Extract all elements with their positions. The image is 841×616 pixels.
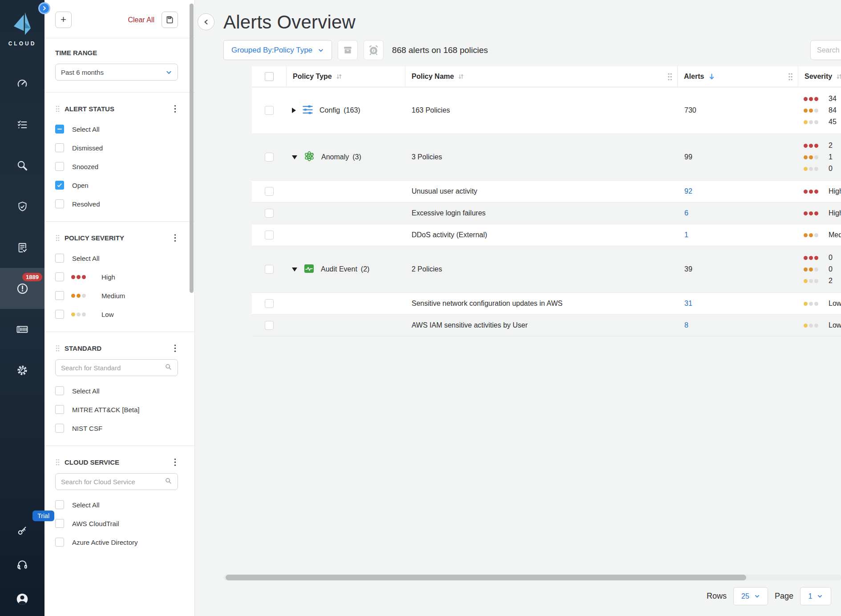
filter-option-dismissed[interactable]: Dismissed [55,138,178,157]
group-row-audit-event[interactable]: Audit Event (2) 2 Policies 39 0 0 2 [252,246,841,293]
drag-handle-icon[interactable] [55,234,60,242]
group-row-config[interactable]: Config (163) 163 Policies 730 34 84 45 [252,87,841,134]
nav-item-settings[interactable] [0,350,44,391]
alerts-count-link[interactable]: 92 [684,187,692,195]
nav-item-profile[interactable] [0,582,44,616]
caret-down-icon[interactable] [292,155,297,159]
rows-per-page-select[interactable]: 25 [733,587,768,605]
row-checkbox[interactable] [265,209,274,218]
checkbox-aws-cloudtrail[interactable] [55,519,64,528]
row-checkbox[interactable] [265,106,274,115]
checkbox-nist-csf[interactable] [55,424,64,433]
brand-logo[interactable]: CLOUD [0,0,44,63]
policy-row-aws-iam-sensitive-activities-by-user[interactable]: AWS IAM sensitive activities by User 8 L… [252,315,841,336]
filter-option-medium[interactable]: Medium [55,286,178,305]
checkbox-select-all[interactable] [55,125,64,134]
drag-handle-icon[interactable] [55,105,60,113]
row-checkbox[interactable] [265,265,274,274]
dismiss-alerts-button[interactable] [338,40,358,60]
horizontal-scrollbar-thumb[interactable] [226,575,746,580]
nav-item-inventory[interactable] [0,104,44,145]
policy-row-sensitive-network-configuration-updates-in-aws[interactable]: Sensitive network configuration updates … [252,293,841,315]
policy-row-ddos-activity-external[interactable]: DDoS activity (External) 1 Medium [252,224,841,246]
save-filter-button[interactable] [162,12,178,28]
page-select[interactable]: 1 [800,587,831,605]
horizontal-scrollbar-track[interactable] [223,575,841,580]
checkbox-dismissed[interactable] [55,143,64,152]
row-checkbox[interactable] [265,187,274,196]
collapse-panel-button[interactable] [198,13,214,30]
nav-item-licensing[interactable]: Trial [0,513,44,547]
clear-all-button[interactable]: Clear All [128,16,154,24]
column-header-policy-name[interactable]: Policy Name [405,66,678,87]
severity-count: 0 [829,165,833,173]
kebab-menu-icon[interactable] [172,103,178,114]
row-checkbox[interactable] [265,153,274,162]
drag-handle-icon[interactable] [55,344,60,352]
column-header-policy-type[interactable]: Policy Type [287,66,405,87]
alerts-count-link[interactable]: 8 [684,321,688,329]
policy-row-unusual-user-activity[interactable]: Unusual user activity 92 High [252,181,841,203]
alerts-count-link[interactable]: 1 [684,231,688,239]
sidebar-expand-button[interactable] [38,2,50,14]
filter-option-aws-cloudtrail[interactable]: AWS CloudTrail [55,514,178,533]
filter-option-low[interactable]: Low [55,305,178,324]
nav-item-dashboard[interactable] [0,63,44,104]
column-drag-handle-icon[interactable] [667,73,673,81]
caret-right-icon[interactable] [292,108,296,113]
checkbox-mitre-att-ck-beta[interactable] [55,405,64,414]
table-search-input[interactable]: Search [810,40,841,60]
checkbox-resolved[interactable] [55,199,64,208]
filter-option-azure-active-directory[interactable]: Azure Active Directory [55,533,178,551]
section-search-input[interactable]: Search for Standard [55,359,178,376]
sidebar-scrollbar[interactable] [190,4,194,293]
column-header-alerts[interactable]: Alerts [678,66,798,87]
checkbox-snoozed[interactable] [55,162,64,171]
nav-item-compute[interactable] [0,309,44,350]
filter-option-snoozed[interactable]: Snoozed [55,157,178,176]
drag-handle-icon[interactable] [55,458,60,466]
checkbox-high[interactable] [55,272,64,281]
severity-dot [804,97,808,101]
filter-option-nist-csf[interactable]: NIST CSF [55,419,178,438]
add-filter-button[interactable]: + [55,12,72,28]
filter-option-mitre-att-ck-beta[interactable]: MITRE ATT&CK [Beta] [55,400,178,419]
row-checkbox[interactable] [265,231,274,239]
kebab-menu-icon[interactable] [172,457,178,468]
filter-option-resolved[interactable]: Resolved [55,195,178,213]
filter-option-select-all[interactable]: Select All [55,495,178,514]
section-search-input[interactable]: Search for Cloud Service [55,473,178,490]
checkbox-open[interactable] [55,181,64,190]
nav-item-alerts[interactable]: 1889 [0,268,44,309]
nav-item-support[interactable] [0,547,44,582]
caret-down-icon[interactable] [292,267,297,272]
policy-row-excessive-login-failures[interactable]: Excessive login failures 6 High [252,203,841,224]
snooze-alerts-button[interactable] [364,40,384,60]
checkbox-select-all[interactable] [55,500,64,509]
grouped-by-dropdown[interactable]: Grouped By:Policy Type [223,40,332,60]
filter-option-select-all[interactable]: Select All [55,249,178,267]
row-checkbox[interactable] [265,299,274,308]
alerts-count-link[interactable]: 6 [684,209,688,217]
alerts-count-link[interactable]: 31 [684,300,692,307]
nav-item-investigate[interactable] [0,145,44,186]
column-header-severity[interactable]: Severity [798,66,841,87]
checkbox-low[interactable] [55,310,64,319]
nav-item-policies[interactable] [0,186,44,227]
filter-option-select-all[interactable]: Select All [55,381,178,400]
filter-option-high[interactable]: High [55,267,178,286]
group-row-anomaly[interactable]: Anomaly (3) 3 Policies 99 2 1 0 [252,134,841,181]
kebab-menu-icon[interactable] [172,343,178,354]
row-checkbox[interactable] [265,321,274,330]
column-drag-handle-icon[interactable] [788,73,793,81]
checkbox-azure-active-directory[interactable] [55,538,64,547]
checkbox-medium[interactable] [55,291,64,300]
filter-option-open[interactable]: Open [55,176,178,195]
checkbox-select-all[interactable] [55,386,64,395]
select-all-rows-checkbox[interactable] [265,72,274,81]
time-range-select[interactable]: Past 6 months [55,64,178,81]
filter-option-select-all[interactable]: Select All [55,120,178,138]
nav-item-compliance[interactable] [0,227,44,268]
checkbox-select-all[interactable] [55,254,64,263]
kebab-menu-icon[interactable] [172,232,178,243]
